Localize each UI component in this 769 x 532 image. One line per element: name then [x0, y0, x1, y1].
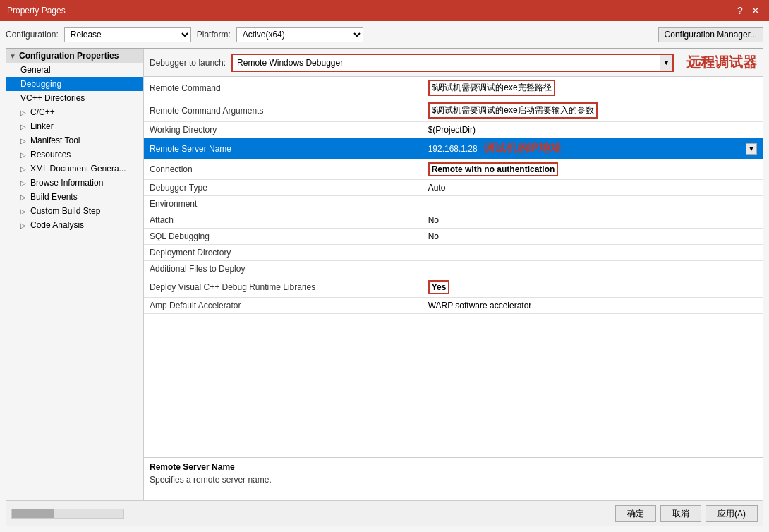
prop-value-highlighted: $调试机需要调试的exe启动需要输入的参数 — [428, 102, 598, 119]
sidebar-item-manifest-label: Manifest Tool — [30, 135, 80, 145]
prop-value: WARP software accelerator — [423, 298, 763, 314]
sidebar-item-linker-label: Linker — [30, 121, 54, 131]
sidebar-header-label: Configuration Properties — [19, 51, 119, 61]
description-panel: Remote Server Name Specifies a remote se… — [144, 457, 763, 500]
sidebar-item-browse-label: Browse Information — [30, 178, 103, 188]
table-row[interactable]: Remote Command$调试机需要调试的exe完整路径 — [144, 77, 763, 99]
prop-value: 192.168.1.28调试机的IP地址▼ — [423, 138, 763, 159]
prop-value — [423, 196, 763, 212]
manifest-expand-icon: ▷ — [20, 137, 28, 145]
table-row[interactable]: Debugger TypeAuto — [144, 180, 763, 196]
scrollbar-thumb — [12, 509, 54, 518]
prop-name: Amp Default Accelerator — [144, 298, 423, 314]
prop-value: Auto — [423, 180, 763, 196]
prop-value — [423, 261, 763, 277]
ip-annotation: 调试机的IP地址 — [483, 141, 562, 156]
debugger-label: Debugger to launch: — [150, 58, 226, 68]
prop-name: Remote Command — [144, 77, 423, 99]
sidebar-item-debugging[interactable]: Debugging — [6, 77, 143, 91]
browse-expand-icon: ▷ — [20, 179, 28, 187]
content-area: ▼ Configuration Properties General Debug… — [6, 48, 763, 500]
sidebar-item-xml-label: XML Document Genera... — [30, 164, 126, 174]
sidebar-item-debugging-label: Debugging — [20, 79, 61, 89]
cancel-button[interactable]: 取消 — [660, 505, 701, 522]
close-button[interactable]: ✕ — [749, 4, 762, 17]
table-row[interactable]: Working Directory$(ProjectDir) — [144, 122, 763, 138]
table-row[interactable]: ConnectionRemote with no authentication — [144, 159, 763, 180]
table-row[interactable]: AttachNo — [144, 212, 763, 229]
properties-table: Remote Command$调试机需要调试的exe完整路径Remote Com… — [144, 77, 763, 457]
props-table-element: Remote Command$调试机需要调试的exe完整路径Remote Com… — [144, 77, 763, 314]
table-row[interactable]: Additional Files to Deploy — [144, 261, 763, 277]
debugger-annotation: 远程调试器 — [686, 53, 757, 72]
sidebar-item-general[interactable]: General — [6, 63, 143, 77]
expand-icon: ▼ — [9, 52, 16, 60]
sidebar-item-build-events[interactable]: ▷ Build Events — [6, 190, 143, 204]
title-bar: Property Pages ? ✕ — [0, 0, 769, 21]
custom-expand-icon: ▷ — [20, 207, 28, 215]
sidebar-item-code-analysis[interactable]: ▷ Code Analysis — [6, 218, 143, 232]
help-button[interactable]: ? — [734, 4, 746, 17]
description-text: Specifies a remote server name. — [150, 475, 757, 485]
prop-value: No — [423, 229, 763, 245]
cpp-expand-icon: ▷ — [20, 109, 28, 116]
prop-value: $调试机需要调试的exe完整路径 — [423, 77, 763, 99]
prop-name: Environment — [144, 196, 423, 212]
platform-label: Platform: — [197, 30, 231, 40]
table-row[interactable]: Amp Default AcceleratorWARP software acc… — [144, 298, 763, 314]
prop-name: Remote Command Arguments — [144, 99, 423, 122]
sidebar-item-vc-dirs-label: VC++ Directories — [20, 93, 85, 103]
prop-value: No — [423, 212, 763, 229]
debugger-select-wrapper[interactable]: Remote Windows Debugger ▼ — [231, 54, 674, 72]
sidebar-item-resources[interactable]: ▷ Resources — [6, 147, 143, 162]
linker-expand-icon: ▷ — [20, 123, 28, 131]
prop-name: Connection — [144, 159, 423, 180]
window-controls: ? ✕ — [734, 4, 762, 17]
table-row[interactable]: Remote Server Name192.168.1.28调试机的IP地址▼ — [144, 138, 763, 159]
bottom-buttons: 确定 取消 应用(A) — [615, 505, 758, 522]
debugger-row: Debugger to launch: Remote Windows Debug… — [144, 49, 763, 77]
sidebar-item-linker[interactable]: ▷ Linker — [6, 119, 143, 133]
config-select[interactable]: Release — [64, 27, 191, 42]
bottom-bar: 确定 取消 应用(A) — [6, 500, 763, 526]
apply-button[interactable]: 应用(A) — [706, 505, 758, 522]
table-row[interactable]: Deploy Visual C++ Debug Runtime Librarie… — [144, 277, 763, 298]
prop-name: Deployment Directory — [144, 245, 423, 261]
config-manager-button[interactable]: Configuration Manager... — [658, 27, 763, 42]
sidebar-item-custom-build[interactable]: ▷ Custom Build Step — [6, 204, 143, 218]
sidebar-item-custom-label: Custom Build Step — [30, 206, 100, 216]
sidebar-item-manifest[interactable]: ▷ Manifest Tool — [6, 133, 143, 147]
sidebar-item-xml-doc[interactable]: ▷ XML Document Genera... — [6, 162, 143, 176]
debugger-dropdown-btn[interactable]: ▼ — [660, 55, 672, 71]
platform-select[interactable]: Active(x64) — [236, 27, 363, 42]
prop-value-highlighted: Yes — [428, 280, 450, 294]
prop-name: Debugger Type — [144, 180, 423, 196]
sidebar-item-browse-info[interactable]: ▷ Browse Information — [6, 176, 143, 190]
prop-value: $调试机需要调试的exe启动需要输入的参数 — [423, 99, 763, 122]
prop-value: Remote with no authentication — [423, 159, 763, 180]
prop-name: Deploy Visual C++ Debug Runtime Librarie… — [144, 277, 423, 298]
window-title: Property Pages — [7, 6, 66, 16]
table-row[interactable]: Environment — [144, 196, 763, 212]
prop-value-highlighted: Remote with no authentication — [428, 162, 559, 176]
prop-name: Remote Server Name — [144, 138, 423, 159]
prop-value-text: 192.168.1.28 — [428, 144, 478, 154]
sidebar-item-cpp[interactable]: ▷ C/C++ — [6, 105, 143, 119]
horizontal-scrollbar[interactable] — [11, 509, 124, 519]
resources-expand-icon: ▷ — [20, 151, 28, 159]
sidebar-item-build-label: Build Events — [30, 192, 78, 202]
sidebar-item-cpp-label: C/C++ — [30, 107, 55, 117]
right-panel: Debugger to launch: Remote Windows Debug… — [144, 49, 763, 500]
prop-name: Attach — [144, 212, 423, 229]
ok-button[interactable]: 确定 — [615, 505, 656, 522]
table-row[interactable]: Remote Command Arguments$调试机需要调试的exe启动需要… — [144, 99, 763, 122]
sidebar-item-code-label: Code Analysis — [30, 220, 84, 230]
code-expand-icon: ▷ — [20, 222, 28, 229]
row-dropdown-button[interactable]: ▼ — [746, 143, 757, 155]
prop-name: Working Directory — [144, 122, 423, 138]
table-row[interactable]: Deployment Directory — [144, 245, 763, 261]
table-row[interactable]: SQL DebuggingNo — [144, 229, 763, 245]
prop-name: Additional Files to Deploy — [144, 261, 423, 277]
debugger-value: Remote Windows Debugger — [233, 56, 660, 70]
sidebar-item-vc-dirs[interactable]: VC++ Directories — [6, 91, 143, 105]
